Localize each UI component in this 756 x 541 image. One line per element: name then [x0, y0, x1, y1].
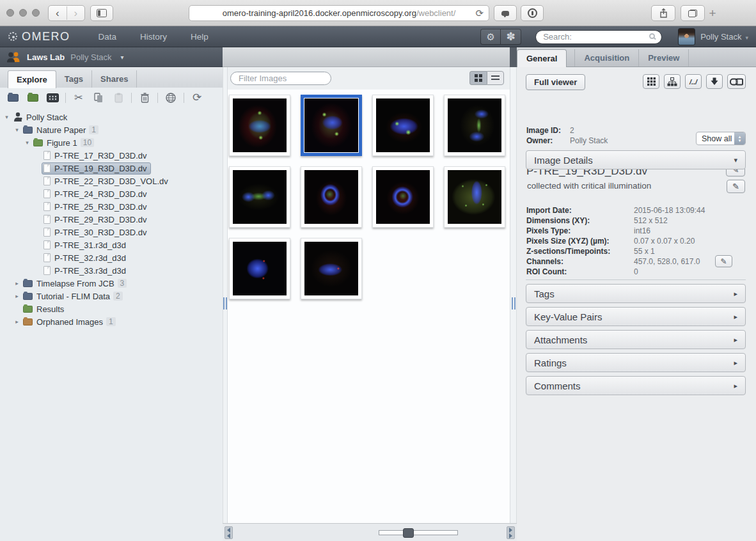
tree-item-p-tre-31-r3d-d3d[interactable]: P-TRE_31.r3d_d3d: [0, 239, 223, 251]
refresh-tree-button[interactable]: ⟳: [189, 91, 205, 104]
tab-shares[interactable]: Shares: [92, 70, 137, 88]
omero-logo[interactable]: OMERO: [8, 30, 70, 43]
show-path-button[interactable]: /../: [685, 74, 702, 89]
full-viewer-button[interactable]: Full viewer: [526, 74, 585, 90]
thumbnail-7[interactable]: [372, 166, 434, 228]
tree-expander-icon[interactable]: ▾: [23, 139, 31, 146]
group-caret-icon[interactable]: ▾: [121, 54, 124, 61]
section-key-value-pairs[interactable]: Key-Value Pairs▸: [526, 307, 746, 326]
tree-item-results[interactable]: Results: [0, 302, 223, 315]
nav-data[interactable]: Data: [98, 32, 117, 42]
tree-expander-icon[interactable]: ▸: [13, 280, 21, 286]
nav-history[interactable]: History: [140, 32, 167, 42]
tree-item-timelapse-from-jcb[interactable]: ▸Timelapse From JCB3: [0, 277, 223, 290]
thumbnails-button[interactable]: [643, 74, 659, 89]
public-group-button[interactable]: [162, 91, 179, 104]
tree-item-polly-stack[interactable]: ▾Polly Stack: [0, 111, 223, 123]
tree-item-nature-paper[interactable]: ▾Nature Paper1: [0, 123, 223, 136]
thumbnail-4[interactable]: [444, 95, 505, 156]
tree-item-p-tre-17-r3d-d3d-dv[interactable]: P-TRE_17_R3D_D3D.dv: [0, 149, 223, 162]
copy-button[interactable]: [90, 91, 107, 104]
section-comments[interactable]: Comments▸: [526, 376, 746, 395]
thumbnail-2-selected[interactable]: [301, 95, 362, 156]
edit-description-button[interactable]: ✎: [727, 180, 745, 193]
tree-item-figure-1[interactable]: ▾Figure 110: [0, 136, 223, 149]
grid-view-button[interactable]: [469, 71, 487, 85]
browser-sidebar-button[interactable]: [90, 5, 113, 21]
browser-forward-button[interactable]: ›: [67, 6, 85, 20]
tree-item-tutorial-flim-data[interactable]: ▸Tutorial - FLIM Data2: [0, 290, 223, 302]
metadata-value: 0: [634, 267, 638, 277]
edit-channels-button[interactable]: ✎: [715, 255, 732, 267]
cut-button[interactable]: ✂: [70, 91, 87, 104]
collapse-right-panel-button[interactable]: [507, 526, 515, 539]
thumbnail-8[interactable]: [444, 166, 505, 228]
window-close-button[interactable]: [6, 9, 14, 17]
section-attachments[interactable]: Attachments▸: [526, 330, 746, 349]
tree-item-p-tre-29-r3d-d3d-dv[interactable]: P-TRE_29_R3D_D3D.dv: [0, 213, 223, 226]
thumbnail-9[interactable]: [229, 238, 290, 299]
nav-help[interactable]: Help: [191, 32, 209, 42]
slider-handle[interactable]: [403, 528, 414, 538]
tree-expander-icon[interactable]: ▾: [13, 127, 21, 133]
thumbnail-10[interactable]: [301, 238, 362, 299]
right-splitter-grip-icon[interactable]: [512, 297, 516, 310]
new-tab-button[interactable]: +: [703, 3, 722, 24]
left-splitter-grip-icon[interactable]: [223, 297, 227, 310]
download-button[interactable]: [706, 74, 723, 89]
tab-general[interactable]: General: [517, 49, 567, 67]
tree-item-p-tre-33-r3d-d3d[interactable]: P-TRE_33.r3d_d3d: [0, 264, 223, 277]
thumbnail-6[interactable]: [301, 166, 362, 228]
delete-button[interactable]: [136, 91, 153, 104]
omero-apps-button[interactable]: ✽: [501, 29, 521, 45]
tree-expander-icon[interactable]: ▸: [13, 318, 21, 325]
tree-expander-icon[interactable]: ▸: [13, 293, 21, 299]
tree-item-p-tre-25-r3d-d3d-dv[interactable]: P-TRE_25_R3D_D3D.dv: [0, 200, 223, 213]
browser-back-button[interactable]: ‹: [49, 6, 67, 20]
filter-images-input[interactable]: [230, 72, 331, 85]
collapse-left-panel-button[interactable]: [224, 526, 233, 539]
list-view-button[interactable]: [487, 71, 504, 85]
thumbnail-1[interactable]: [229, 95, 290, 156]
thumbnail-3[interactable]: [372, 95, 434, 156]
search-input[interactable]: [536, 31, 661, 43]
new-project-button[interactable]: [4, 91, 21, 104]
new-dataset-button[interactable]: [24, 91, 41, 104]
user-menu-caret-icon[interactable]: ▾: [745, 35, 748, 41]
thumbnail-5[interactable]: [229, 166, 290, 228]
address-bar[interactable]: omero-training-april2016.docker.openmicr…: [189, 5, 489, 21]
tab-tags[interactable]: Tags: [56, 70, 92, 88]
section-tags[interactable]: Tags▸: [526, 284, 746, 303]
tree-item-p-tre-30-r3d-d3d-dv[interactable]: P-TRE_30_R3D_D3D.dv: [0, 226, 223, 239]
user-avatar[interactable]: [678, 28, 695, 45]
browser-tabs-button[interactable]: [681, 5, 705, 21]
admin-settings-button[interactable]: ⚙: [480, 29, 501, 45]
window-zoom-button[interactable]: [32, 9, 40, 17]
evernote-extension-button[interactable]: [494, 5, 517, 21]
paste-button[interactable]: [110, 91, 127, 104]
right-splitter[interactable]: [510, 67, 517, 541]
tree-item-p-tre-32-r3d-d3d[interactable]: P-TRE_32.r3d_d3d: [0, 251, 223, 264]
group-context-bar[interactable]: Laws Lab Polly Stack ▾: [0, 47, 223, 67]
tree-item-p-tre-24-r3d-d3d-dv[interactable]: P-TRE_24_R3D_D3D.dv: [0, 187, 223, 200]
tree-item-p-tre-22-r3d-d3d-vol-dv[interactable]: P-TRE_22_R3D_D3D_VOL.dv: [0, 175, 223, 187]
tab-acquisition[interactable]: Acquisition: [574, 49, 639, 67]
browser-share-button[interactable]: [651, 5, 675, 21]
thumbnail-size-slider[interactable]: [379, 530, 458, 535]
window-minimize-button[interactable]: [19, 9, 27, 17]
section-ratings[interactable]: Ratings▸: [526, 353, 746, 372]
show-all-select[interactable]: Show all ▲▼: [696, 132, 746, 145]
onepassword-extension-button[interactable]: [521, 5, 544, 21]
left-splitter[interactable]: [223, 67, 228, 541]
tree-item-orphaned-images[interactable]: ▸Orphaned Images1: [0, 315, 223, 328]
link-button[interactable]: [727, 74, 746, 89]
new-screen-button[interactable]: [44, 91, 61, 104]
reload-icon[interactable]: ⟳: [475, 8, 484, 19]
hierarchy-button[interactable]: [664, 74, 681, 89]
section-image-details[interactable]: Image Details ▾: [526, 150, 746, 169]
tab-explore[interactable]: Explore: [8, 70, 56, 88]
user-menu-name[interactable]: Polly Stack: [700, 32, 741, 42]
tree-expander-icon[interactable]: ▾: [3, 114, 11, 120]
tab-preview[interactable]: Preview: [639, 49, 689, 67]
tree-item-p-tre-19-r3d-d3d-dv[interactable]: P-TRE_19_R3D_D3D.dv: [0, 162, 223, 175]
